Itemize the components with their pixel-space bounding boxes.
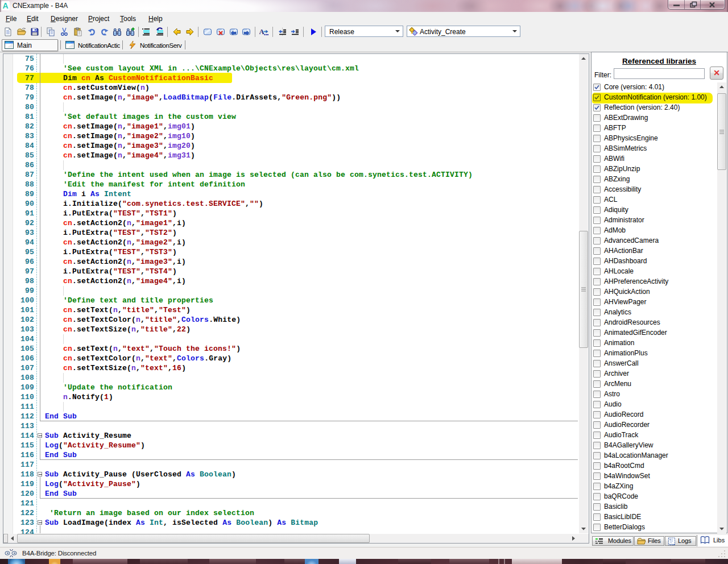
svg-text:A: A bbox=[259, 28, 264, 36]
